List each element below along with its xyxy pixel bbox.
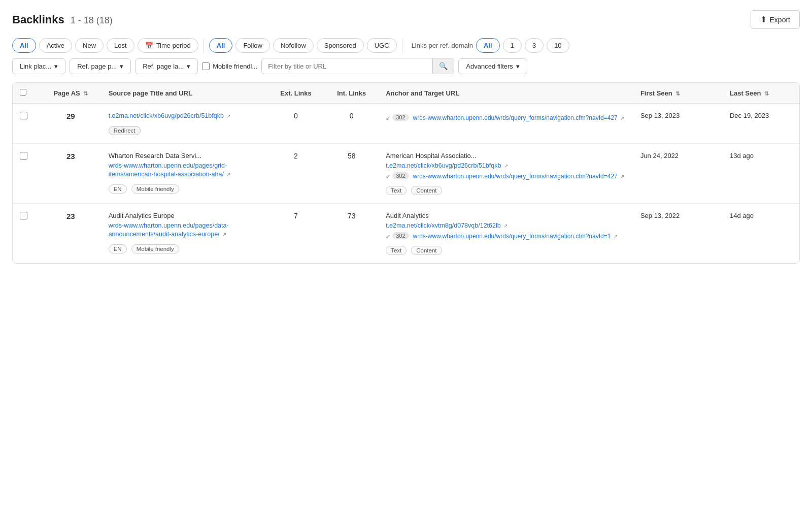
link-placement-dropdown[interactable]: Link plac... ▾ (12, 58, 65, 74)
divider-2 (402, 39, 402, 53)
ref-page-lang-dropdown[interactable]: Ref. page la... ▾ (135, 58, 198, 74)
first-seen-value: Jun 24, 2022 (633, 143, 723, 203)
source-url-link[interactable]: t.e2ma.net/click/xb6uvg/pd26crb/51bfqkb … (109, 112, 260, 121)
mobile-friendly-filter[interactable]: Mobile friendl... (202, 62, 257, 70)
calendar-icon: 📅 (145, 42, 153, 49)
table-row: 23 Wharton Research Data Servi... wrds-w… (13, 143, 799, 203)
text-tag: Text (386, 186, 407, 195)
page-as-value: 29 (40, 104, 101, 144)
row-checkbox-cell (13, 203, 40, 263)
export-button[interactable]: ⬆ Export (751, 10, 800, 29)
tab-ugc[interactable]: UGC (367, 38, 397, 53)
filter-row-status: All Active New Lost 📅 Time period All Fo… (12, 38, 800, 53)
ext-icon: ↗ (504, 163, 508, 169)
redirect-row: ↙ 302 wrds-www.wharton.upenn.edu/wrds/qu… (386, 232, 626, 241)
col-page-as: Page AS ⇅ (40, 83, 101, 104)
row-checkbox-cell (13, 104, 40, 144)
redirect-badge: Redirect (109, 126, 141, 135)
table-row: 29 t.e2ma.net/click/xb6uvg/pd26crb/51bfq… (13, 104, 799, 144)
advanced-filters-button[interactable]: Advanced filters ▾ (458, 58, 527, 74)
backlinks-table: Page AS ⇅ Source page Title and URL Ext.… (12, 82, 800, 264)
anchor-url-link[interactable]: t.e2ma.net/click/xvtm8g/d078vqb/12t62lb … (386, 221, 626, 231)
mobile-friendly-checkbox[interactable] (202, 62, 210, 70)
row-select-checkbox[interactable] (20, 112, 27, 119)
tab-3[interactable]: 3 (525, 38, 544, 53)
row-select-checkbox[interactable] (20, 152, 27, 160)
time-period-button[interactable]: 📅 Time period (138, 38, 198, 53)
redirect-url-link[interactable]: wrds-www.wharton.upenn.edu/wrds/query_fo… (413, 114, 625, 122)
int-links-value: 58 (324, 143, 379, 203)
ext-links-value: 2 (267, 143, 324, 203)
tab-active[interactable]: Active (39, 38, 72, 53)
chevron-down-icon-2: ▾ (120, 62, 123, 70)
lang-badge: EN (109, 244, 127, 253)
int-links-value: 73 (324, 203, 379, 263)
search-button[interactable]: 🔍 (432, 58, 454, 74)
badge-row: EN Mobile friendly (109, 242, 260, 253)
source-cell: Wharton Research Data Servi... wrds-www.… (101, 143, 267, 203)
sort-icon-last: ⇅ (764, 90, 769, 97)
badge-row: EN Mobile friendly (109, 182, 260, 194)
int-links-value: 0 (324, 104, 379, 144)
tab-1[interactable]: 1 (503, 38, 522, 53)
tab-10[interactable]: 10 (547, 38, 569, 53)
col-last-seen: Last Seen ⇅ (723, 83, 799, 104)
source-title: Wharton Research Data Servi... (109, 152, 260, 160)
filter-row-secondary: Link plac... ▾ Ref. page p... ▾ Ref. pag… (12, 58, 800, 74)
select-all-checkbox[interactable] (20, 89, 26, 96)
row-select-checkbox[interactable] (20, 212, 27, 219)
source-title: Audit Analytics Europe (109, 212, 260, 219)
tab-all-linktype[interactable]: All (209, 38, 233, 53)
external-link-icon: ↗ (222, 232, 226, 237)
badge-row: Redirect (109, 124, 260, 135)
anchor-cell: Audit Analytics t.e2ma.net/click/xvtm8g/… (379, 203, 633, 263)
tab-nofollow[interactable]: Nofollow (273, 38, 314, 53)
tab-follow[interactable]: Follow (235, 38, 270, 53)
tag-row: Text Content (386, 184, 626, 195)
source-url-link[interactable]: wrds-www.wharton.upenn.edu/pages/grid-it… (109, 162, 260, 179)
chevron-down-icon-3: ▾ (187, 62, 190, 70)
tab-lost[interactable]: Lost (107, 38, 134, 53)
col-int-links: Int. Links (324, 83, 379, 104)
chevron-down-icon: ▾ (54, 62, 58, 70)
search-box: 🔍 (261, 58, 454, 74)
ext-icon: ↗ (503, 223, 507, 229)
tab-all-status[interactable]: All (12, 38, 36, 53)
source-cell: t.e2ma.net/click/xb6uvg/pd26crb/51bfqkb … (101, 104, 267, 144)
select-all-header (13, 83, 40, 104)
search-input[interactable] (262, 59, 432, 74)
last-seen-value: 13d ago (723, 143, 799, 203)
divider (204, 39, 204, 53)
anchor-cell: American Hospital Associatio... t.e2ma.n… (379, 143, 633, 203)
mobile-friendly-badge: Mobile friendly (131, 184, 179, 194)
redirect-arrow-icon: ↙ (386, 173, 390, 180)
tab-new[interactable]: New (75, 38, 104, 53)
content-tag: Content (411, 246, 442, 255)
redirect-row: ↙ 302 wrds-www.wharton.upenn.edu/wrds/qu… (386, 172, 626, 181)
last-seen-value: 14d ago (723, 203, 799, 263)
ext-links-value: 0 (267, 104, 324, 144)
col-first-seen: First Seen ⇅ (633, 83, 723, 104)
col-source: Source page Title and URL (101, 83, 267, 104)
external-link-icon: ↗ (226, 172, 230, 177)
tab-sponsored[interactable]: Sponsored (317, 38, 364, 53)
lang-badge: EN (109, 184, 127, 194)
redirect-url-link[interactable]: wrds-www.wharton.upenn.edu/wrds/query_fo… (413, 232, 618, 241)
links-per-label: Links per ref. domain (412, 42, 473, 49)
text-tag: Text (386, 246, 407, 255)
redirect-arrow-icon: ↙ (386, 115, 390, 121)
anchor-cell: ↙ 302 wrds-www.wharton.upenn.edu/wrds/qu… (379, 104, 633, 144)
ext-icon: ↗ (620, 174, 624, 179)
redirect-url-link[interactable]: wrds-www.wharton.upenn.edu/wrds/query_fo… (413, 172, 625, 181)
tab-all-linksper[interactable]: All (476, 38, 500, 53)
mobile-friendly-badge: Mobile friendly (131, 244, 179, 253)
tag-row: Text Content (386, 244, 626, 255)
ref-page-power-dropdown[interactable]: Ref. page p... ▾ (70, 58, 131, 74)
anchor-url-link[interactable]: t.e2ma.net/click/xb6uvg/pd26crb/51bfqkb … (386, 162, 626, 171)
redirect-code-badge: 302 (392, 114, 409, 121)
chevron-down-icon-4: ▾ (516, 62, 520, 70)
source-url-link[interactable]: wrds-www.wharton.upenn.edu/pages/data-an… (109, 221, 260, 239)
page-title: Backlinks 1 - 18 (18) (12, 13, 113, 26)
export-icon: ⬆ (760, 15, 767, 24)
anchor-title: American Hospital Associatio... (386, 152, 626, 160)
